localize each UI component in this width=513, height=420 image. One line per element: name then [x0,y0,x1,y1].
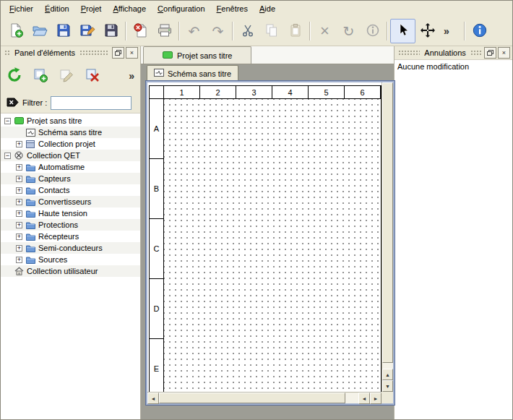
diagram-grid[interactable] [164,99,381,392]
menu-configuration[interactable]: Configuration [152,2,210,15]
dock-close-button[interactable]: × [126,47,138,59]
tree-item-convertisseurs[interactable]: + Convertisseurs [1,196,140,207]
collapse-icon[interactable]: − [4,153,11,159]
toolbar-separator [125,22,126,40]
dock-float-button[interactable] [484,47,496,59]
horizontal-scroll-track[interactable] [159,393,358,403]
scroll-left-button[interactable]: ◄ [147,393,159,404]
open-file-button[interactable] [27,20,51,43]
tree-item-collection-utilisateur[interactable]: Collection utilisateur [1,265,140,277]
vertical-scroll-thumb[interactable] [382,82,393,363]
new-file-icon [8,22,24,40]
tree-item-semi-conducteurs[interactable]: + Semi-conducteurs [1,242,140,254]
cursor-arrow-icon [395,22,411,40]
expand-icon[interactable]: + [16,233,22,240]
elements-panel-title-bar: Panel d'éléments × [1,46,140,59]
floppy-pencil-icon [79,22,95,40]
dock-drag-handle[interactable] [398,50,420,56]
dock-drag-handle[interactable] [470,50,481,56]
project-icon [14,117,24,124]
expand-icon[interactable]: + [16,222,22,228]
expand-icon[interactable]: + [16,257,22,263]
print-button[interactable] [152,20,176,43]
delete-button[interactable]: × [313,20,337,43]
save-as-button[interactable] [75,20,99,43]
paste-button[interactable] [283,20,307,43]
tree-item-contacts[interactable]: + Contacts [1,184,140,196]
folder-icon [25,221,35,229]
workspace: Panel d'éléments × » [1,46,512,419]
tab-project[interactable]: Projet sans titre [143,46,251,64]
filter-input[interactable] [51,96,132,110]
rotate-button[interactable]: ↻ [337,20,361,43]
horizontal-scroll-thumb[interactable] [159,393,345,403]
edit-element-button[interactable] [56,65,77,87]
delete-element-button[interactable] [82,65,103,87]
ruler-column: 5 [309,86,345,99]
panel-toolbar-overflow-button[interactable]: » [129,70,134,82]
tree-item-collection-qet[interactable]: − Collection QET [1,150,140,161]
copy-button[interactable] [259,20,283,43]
collapse-icon[interactable]: − [4,118,11,124]
close-file-button[interactable] [129,20,152,43]
project-tab-bar: Projet sans titre [141,46,394,64]
tree-item-haute-tension[interactable]: + Haute tension [1,207,140,219]
tree-item-collection-projet[interactable]: + Collection projet [1,138,140,150]
tree-item-capteurs[interactable]: + Capteurs [1,173,140,184]
tree-item-label: Contacts [38,186,69,194]
scroll-right-button[interactable]: ► [370,393,381,404]
move-tool-button[interactable] [415,20,439,43]
expand-icon[interactable]: + [16,199,22,205]
new-element-button[interactable] [30,65,51,87]
scroll-down-button[interactable]: ▼ [382,380,393,392]
tree-item-label: Semi-conducteurs [38,244,103,252]
tree-item-automatisme[interactable]: + Automatisme [1,161,140,173]
save-all-button[interactable] [99,20,123,43]
menu-edition[interactable]: Édition [39,2,75,15]
menu-projet[interactable]: Projet [75,2,108,15]
new-file-button[interactable] [4,20,27,43]
scroll-up-button[interactable]: ▲ [382,369,393,380]
redo-button[interactable]: ↷ [206,20,230,43]
scissors-icon [240,22,256,40]
reload-collection-button[interactable] [4,65,25,87]
dock-drag-handle[interactable] [4,50,10,56]
select-tool-button[interactable] [390,19,415,43]
dock-drag-handle[interactable] [79,50,109,56]
expand-icon[interactable]: + [16,176,22,182]
vertical-scroll-track[interactable] [382,82,393,369]
tree-item-schema[interactable]: Schéma sans titre [1,127,140,138]
tree-item-sources[interactable]: + Sources [1,254,140,265]
tree-item-project[interactable]: − Projet sans titre [1,115,140,127]
center-area: Projet sans titre Schéma sans titre [141,46,394,419]
expand-icon[interactable]: + [16,141,22,147]
save-button[interactable] [51,20,75,43]
toolbar-separator [232,22,233,40]
undo-button[interactable]: ↶ [182,20,206,43]
cut-button[interactable] [236,20,259,43]
folder-icon [25,256,35,264]
toolbar-overflow-button[interactable]: » [439,20,454,43]
menu-fichier[interactable]: Fichier [4,2,39,15]
folder-icon [25,163,35,171]
tree-item-label: Projet sans titre [27,116,82,125]
dock-float-button[interactable] [112,47,124,59]
about-button[interactable] [467,20,491,43]
tree-item-recepteurs[interactable]: + Récepteurs [1,231,140,242]
clear-filter-icon[interactable] [7,98,19,108]
redo-icon: ↷ [212,25,224,38]
menu-aide[interactable]: Aide [254,2,281,15]
diagram-viewport[interactable]: 1 2 3 4 5 6 A B C D E [147,82,381,392]
undo-history-list[interactable]: Aucune modification [395,59,512,419]
expand-icon[interactable]: + [16,187,22,194]
tab-schema[interactable]: Schéma sans titre [147,65,238,81]
info-disabled-button[interactable] [361,20,384,43]
menu-fenetres[interactable]: Fenêtres [211,2,254,15]
expand-icon[interactable]: + [16,245,22,252]
expand-icon[interactable]: + [16,164,22,171]
scroll-left-button-2[interactable]: ◄ [358,393,370,404]
tree-item-protections[interactable]: + Protections [1,219,140,231]
expand-icon[interactable]: + [16,210,22,217]
menu-affichage[interactable]: Affichage [107,2,152,15]
dock-close-button[interactable]: × [498,47,510,59]
